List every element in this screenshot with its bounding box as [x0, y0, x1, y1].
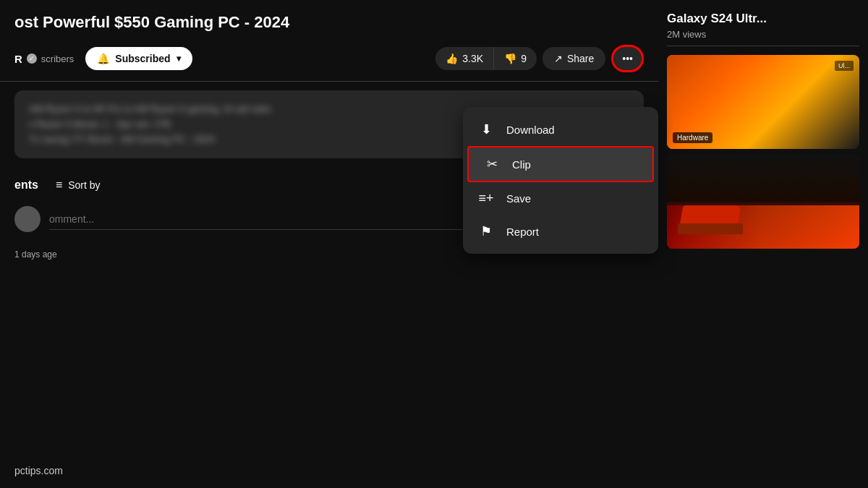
share-label: Share [567, 53, 594, 64]
subscriber-count: scribers [41, 53, 75, 64]
save-label: Save [506, 192, 531, 205]
download-label: Download [506, 124, 555, 136]
share-icon: ↗ [554, 53, 563, 64]
sidebar-separator [667, 46, 859, 46]
like-button[interactable]: 👍 3.3K [435, 47, 494, 70]
more-options-menu: ⬇ Download ✂ Clip ≡+ Save ⚑ Report [463, 107, 658, 254]
comments-title: ents [14, 179, 38, 192]
download-icon: ⬇ [477, 121, 495, 137]
verified-badge: ✓ [27, 53, 37, 64]
bell-icon: 🔔 [97, 53, 109, 64]
channel-name: R [14, 53, 22, 65]
dislike-count: 9 [521, 53, 527, 64]
like-dislike-group: 👍 3.3K 👎 9 [435, 47, 537, 70]
report-icon: ⚑ [477, 223, 495, 239]
car-base [678, 223, 743, 234]
menu-item-save[interactable]: ≡+ Save [463, 182, 658, 215]
dislike-button[interactable]: 👎 9 [494, 47, 537, 70]
sidebar-thumbnail-2[interactable] [667, 155, 859, 249]
sort-icon: ≡ [56, 179, 62, 192]
like-count: 3.3K [462, 53, 483, 64]
watermark: pctips.com [14, 465, 63, 476]
sidebar-views: 2M views [667, 29, 859, 40]
more-icon: ••• [622, 53, 633, 64]
sidebar-badge-2: Ul... [835, 61, 854, 71]
action-buttons: 👍 3.3K 👎 9 ↗ Share ••• [435, 45, 658, 72]
like-icon: 👍 [446, 53, 458, 64]
video-title: ost Powerful $550 Gaming PC - 2024 [0, 0, 658, 39]
right-sidebar: Galaxy S24 Ultr... 2M views Hardware Ul.… [658, 0, 868, 488]
subscribed-label: Subscribed [115, 53, 170, 64]
menu-item-clip[interactable]: ✂ Clip [467, 146, 654, 182]
chevron-down-icon: ▾ [176, 53, 181, 64]
menu-item-download[interactable]: ⬇ Download [463, 113, 658, 146]
sort-by-button[interactable]: ≡ Sort by [56, 179, 101, 192]
save-icon: ≡+ [477, 191, 495, 206]
channel-row: R ✓ scribers 🔔 Subscribed ▾ 👍 3.3K 👎 9 [0, 39, 658, 78]
clip-icon: ✂ [483, 156, 501, 172]
sidebar-thumbnail-1[interactable]: Hardware Ul... [667, 55, 859, 149]
user-avatar [14, 206, 41, 232]
hardware-badge: Hardware [673, 132, 712, 143]
report-label: Report [506, 226, 539, 238]
subscribed-button[interactable]: 🔔 Subscribed ▾ [85, 47, 192, 70]
menu-item-report[interactable]: ⚑ Report [463, 215, 658, 248]
share-button[interactable]: ↗ Share [542, 47, 605, 70]
sort-by-label: Sort by [68, 179, 100, 191]
sidebar-video-title: Galaxy S24 Ultr... [667, 12, 859, 26]
underline-bar [0, 81, 658, 82]
dislike-icon: 👎 [504, 53, 516, 64]
channel-info: R ✓ scribers [14, 53, 74, 65]
clip-label: Clip [512, 158, 531, 171]
more-options-button[interactable]: ••• [611, 45, 644, 72]
